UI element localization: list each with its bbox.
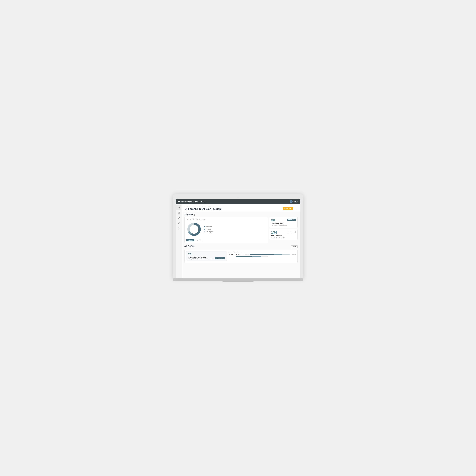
unassigned-stat: 23 Unassigned or Missing Skills In Targe… [186, 251, 227, 261]
resolve-button[interactable]: RESOLVE [287, 219, 296, 221]
job-bar-container-2 [236, 256, 268, 257]
stats-cards: 98 RESOLVE Unassigned Skills Not include… [269, 217, 298, 243]
legend-pending: Pending [204, 228, 214, 230]
sidebar-item-settings[interactable] [176, 226, 181, 230]
nav-page[interactable]: Award [201, 201, 206, 203]
bar-pending [274, 254, 282, 255]
svg-point-0 [291, 201, 291, 202]
page-title-row: Engineering Technician Program PUBLISH ⋮ [184, 207, 298, 210]
sidebar-item-graduation[interactable] [176, 221, 181, 225]
legend-unassigned: Unassigned [204, 231, 214, 233]
publish-button[interactable]: PUBLISH [283, 207, 293, 210]
section-header-row: Job Profiles EDIT [184, 245, 298, 248]
svg-point-7 [178, 227, 179, 228]
tab-status[interactable]: STATUS [186, 239, 194, 241]
alignment-help-icon[interactable]: ? [194, 214, 195, 216]
unassigned-desc: In Target Job Profiles that are not in a… [188, 258, 214, 260]
bar-assigned-2 [236, 256, 252, 257]
job-bar-row: Job Title 1 Lorem Ipsum Dolor + 31 [228, 254, 296, 255]
nav-dropdown-icon[interactable]: ▾ [298, 201, 298, 202]
job-profiles-card: 23 Unassigned or Missing Skills In Targe… [184, 250, 298, 263]
job-tag: + 31 [245, 254, 249, 255]
legend-label-unassigned: Unassigned [206, 231, 214, 233]
job-profiles-inner: 23 Unassigned or Missing Skills In Targe… [186, 251, 296, 261]
stat-card-assigned-header: 134 REVIEW [271, 231, 296, 235]
donut-svg [186, 221, 202, 237]
breadcrumb-sep2: | [204, 205, 205, 207]
job-profiles-section: Job Profiles EDIT 23 [184, 245, 298, 263]
sidebar-item-document[interactable] [176, 210, 181, 215]
nav-org-name[interactable]: SkillsEngine-University [181, 201, 199, 203]
laptop-wrapper: SkillsEngine-University > Award Max ▾ [173, 194, 303, 282]
screen-inner: SkillsEngine-University > Award Max ▾ [176, 199, 300, 278]
unassigned-text: Unassigned or Missing Skills In Target J… [188, 256, 214, 260]
alignment-section: Alignment ? SKILLS BY ALIGNMENT STATUS [184, 214, 298, 243]
stat-unassigned-number: 98 [271, 219, 275, 222]
bar-multi-2 [236, 256, 268, 257]
page-header: AWARD DASHBOARD / REV. 3 | DRAFT Enginee… [182, 204, 300, 212]
stat-assigned-number: 134 [271, 231, 277, 234]
sidebar-item-home[interactable] [176, 205, 181, 210]
stat-card-unassigned: 98 RESOLVE Unassigned Skills Not include… [269, 217, 298, 228]
sidebar-item-shield[interactable] [176, 216, 181, 220]
alignment-grid: SKILLS BY ALIGNMENT STATUS [184, 217, 298, 243]
nav-breadcrumb: SkillsEngine-University > Award [181, 201, 206, 203]
review-button[interactable]: REVIEW [288, 231, 296, 233]
stat-assigned-info: 134 [271, 231, 277, 235]
job-bar-row-2: placeholder [228, 256, 296, 257]
legend-assigned: Assigned [204, 226, 214, 227]
laptop-stand [222, 281, 254, 282]
job-bar-label: Job Title 1 Lorem Ipsum Dolor [228, 254, 244, 255]
main-layout: AWARD DASHBOARD / REV. 3 | DRAFT Enginee… [176, 204, 300, 278]
stat-assigned-label: Assigned Skills [271, 235, 296, 236]
donut-chart [186, 221, 202, 237]
unassigned-count: 23 [188, 253, 191, 256]
legend-dot-unassigned [204, 231, 205, 232]
bar-assigned [250, 254, 274, 255]
chart-card: SKILLS BY ALIGNMENT STATUS [184, 217, 268, 243]
legend-label-assigned: Assigned [206, 226, 212, 227]
header-actions: PUBLISH ⋮ [283, 207, 298, 210]
breadcrumb-part2: REV. 3 [200, 205, 204, 207]
stat-assigned-desc: Included in your courses [271, 237, 296, 238]
breadcrumb-sep1: / [199, 205, 199, 207]
breadcrumb: AWARD DASHBOARD / REV. 3 | DRAFT [184, 205, 298, 207]
laptop-camera [238, 197, 238, 198]
stat-unassigned-info: 98 [271, 219, 275, 223]
sidebar [176, 204, 182, 278]
unassigned-label: Unassigned or Missing Skills [188, 256, 214, 258]
chart-card-title: SKILLS BY ALIGNMENT STATUS [186, 219, 266, 220]
user-icon [290, 200, 293, 203]
page-title: Engineering Technician Program [184, 207, 221, 210]
content-area: AWARD DASHBOARD / REV. 3 | DRAFT Enginee… [182, 204, 300, 278]
stat-card-unassigned-header: 98 RESOLVE [271, 219, 296, 223]
bar-unassigned [282, 254, 290, 255]
stat-unassigned-desc: Not included in any courses [271, 224, 296, 226]
chart-legend: Assigned Pending [204, 226, 214, 233]
alignment-section-title: Alignment ? [184, 214, 298, 216]
breadcrumb-part1: AWARD DASHBOARD [184, 205, 198, 207]
legend-label-pending: Pending [206, 228, 211, 230]
unassigned-row: Unassigned or Missing Skills In Target J… [188, 256, 225, 260]
job-resolve-button[interactable]: RESOLVE [215, 257, 225, 259]
hamburger-icon[interactable] [178, 201, 180, 202]
stat-card-assigned: 134 REVIEW Assigned Skills Included in y… [269, 229, 298, 240]
more-button[interactable]: ⋮ [294, 207, 298, 210]
job-skills-count: 178 Skills [291, 254, 296, 255]
chart-body: Assigned Pending [186, 221, 266, 237]
laptop-screen: SkillsEngine-University > Award Max ▾ [176, 199, 300, 278]
status-by-job: STATUS BY JOB PROFILE Job Title 1 Lorem … [228, 251, 296, 261]
edit-button[interactable]: EDIT [291, 245, 298, 248]
top-nav-left: SkillsEngine-University > Award [178, 201, 206, 203]
job-profiles-title: Job Profiles [184, 245, 194, 247]
chart-tabs: STATUS TYPE [186, 239, 266, 241]
top-nav-right: Max ▾ [290, 200, 298, 203]
legend-dot-assigned [204, 226, 205, 227]
tab-type[interactable]: TYPE [195, 239, 202, 241]
laptop-base [173, 278, 303, 281]
status-by-job-title: STATUS BY JOB PROFILE [228, 251, 296, 253]
nav-chevron: > [200, 201, 200, 202]
stat-unassigned-label: Unassigned Skills [271, 223, 296, 224]
alignment-title-text: Alignment [184, 214, 193, 216]
top-nav: SkillsEngine-University > Award Max ▾ [176, 199, 300, 204]
